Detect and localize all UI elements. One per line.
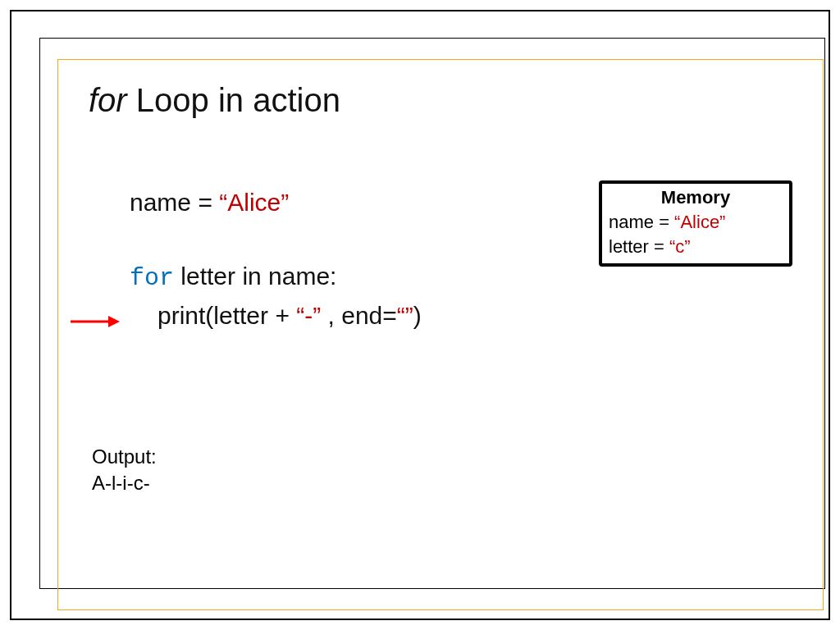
title-rest: Loop in action: [127, 82, 340, 118]
title-for-word: for: [89, 82, 127, 118]
memory-line-2: letter = “c”: [609, 235, 783, 259]
memory-title: Memory: [609, 187, 783, 208]
code-line3-str2: “”: [397, 302, 413, 329]
code-line-2: for letter in name:: [130, 258, 422, 297]
current-line-arrow-icon: [69, 313, 121, 330]
memory-box: Memory name = “Alice” letter = “c”: [599, 180, 792, 267]
code-line3-pre: print(letter +: [158, 302, 296, 329]
code-line-3: print(letter + “-” , end=“”): [130, 297, 422, 334]
code-line3-post: ): [413, 302, 422, 329]
output-label: Output:: [92, 444, 157, 470]
slide-outer-frame: for Loop in action name = “Alice” for le…: [10, 10, 830, 620]
code-block: name = “Alice” for letter in name: print…: [130, 184, 422, 334]
memory-line1-pre: name =: [609, 212, 674, 232]
memory-line-1: name = “Alice”: [609, 210, 783, 235]
output-block: Output: A-l-i-c-: [92, 444, 157, 497]
memory-line1-val: “Alice”: [674, 212, 725, 232]
output-text: A-l-i-c-: [92, 470, 157, 496]
slide-title: for Loop in action: [89, 82, 340, 119]
memory-line2-val: “c”: [669, 236, 691, 257]
slide-inner-frame-orange: [57, 59, 824, 610]
svg-marker-1: [108, 316, 120, 327]
code-line-1: name = “Alice”: [130, 184, 422, 221]
code-line1-val: “Alice”: [219, 189, 289, 216]
code-line1-pre: name =: [130, 189, 219, 216]
code-line3-str1: “-”: [296, 302, 321, 329]
code-blank-line: [130, 221, 422, 258]
code-line2-rest: letter in name:: [174, 262, 336, 290]
code-for-keyword: for: [130, 264, 174, 292]
memory-line2-pre: letter =: [609, 236, 669, 257]
code-line3-mid: , end=: [321, 302, 397, 329]
